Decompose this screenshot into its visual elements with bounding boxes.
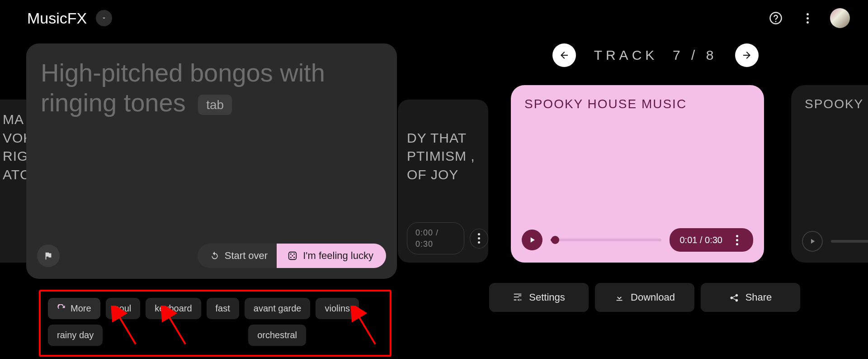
play-icon xyxy=(808,237,816,245)
prompt-panel: High-pitched bongos with ringing tones t… xyxy=(26,43,397,279)
progress-bar[interactable] xyxy=(831,240,868,243)
share-label: Share xyxy=(745,292,772,303)
more-chip[interactable]: More xyxy=(48,298,100,319)
suggestion-chips-highlight: More soul keyboard fast avant garde viol… xyxy=(39,290,392,357)
download-icon xyxy=(614,292,624,302)
chip-rainy-day[interactable]: rainy day xyxy=(48,325,103,346)
brand-dropdown[interactable] xyxy=(96,10,112,26)
track-next-button[interactable] xyxy=(735,43,759,67)
chip-soul[interactable]: soul xyxy=(106,298,141,319)
more-vert-icon xyxy=(478,233,480,244)
time-display: 0:01 / 0:30 xyxy=(670,228,753,252)
track-position-label: TRACK 7 / 8 xyxy=(594,48,717,63)
suggestion-chips: More soul keyboard fast avant garde viol… xyxy=(48,298,382,346)
chip-violins[interactable]: violins xyxy=(316,298,359,319)
svg-point-4 xyxy=(292,255,293,257)
settings-label: Settings xyxy=(529,292,565,303)
track-nav: TRACK 7 / 8 xyxy=(542,43,769,67)
peek-more-button[interactable] xyxy=(470,229,488,249)
svg-point-5 xyxy=(290,257,292,258)
download-label: Download xyxy=(631,292,675,303)
chevron-down-icon xyxy=(101,15,107,21)
more-chip-label: More xyxy=(71,303,91,314)
app-header: MusicFX xyxy=(0,0,868,36)
track-player: 0:01 / 0:30 xyxy=(522,228,753,252)
track-card-next[interactable]: SPOOKY HO xyxy=(791,85,868,263)
brand-title: MusicFX xyxy=(27,10,87,27)
track-more-button[interactable] xyxy=(731,234,743,246)
track-card-title: SPOOKY HO xyxy=(805,97,868,111)
flag-button[interactable] xyxy=(37,244,60,267)
dice-icon xyxy=(288,251,297,261)
user-avatar[interactable] xyxy=(830,8,850,28)
play-icon xyxy=(528,235,537,244)
chip-fast[interactable]: fast xyxy=(207,298,239,319)
chip-avant-garde[interactable]: avant garde xyxy=(245,298,311,319)
peek-time-badge[interactable]: 0:00 / 0:30 xyxy=(407,222,464,254)
refresh-icon xyxy=(57,304,66,313)
share-button[interactable]: Share xyxy=(701,283,800,312)
track-prev-button[interactable] xyxy=(552,43,576,67)
more-vert-icon xyxy=(807,13,809,24)
start-over-button[interactable]: Start over xyxy=(198,244,278,268)
track-card-current: SPOOKY HOUSE MUSIC 0:01 / 0:30 xyxy=(511,85,764,263)
arrow-right-icon xyxy=(741,50,752,61)
arrow-left-icon xyxy=(559,50,570,61)
help-button[interactable] xyxy=(767,9,785,27)
settings-button[interactable]: Settings xyxy=(489,283,589,312)
help-icon xyxy=(769,11,783,25)
overflow-menu-button[interactable] xyxy=(798,9,816,27)
play-button[interactable] xyxy=(522,230,542,250)
feeling-lucky-button[interactable]: I'm feeling lucky xyxy=(277,244,386,268)
prompt-input[interactable]: High-pitched bongos with ringing tones t… xyxy=(41,58,382,118)
share-icon xyxy=(729,292,739,302)
download-button[interactable]: Download xyxy=(595,283,694,312)
next-prompt-peek[interactable]: DY THAT PTIMISM , OF JOY 0:00 / 0:30 xyxy=(398,100,488,263)
start-over-label: Start over xyxy=(225,250,268,262)
chip-orchestral[interactable]: orchestral xyxy=(248,325,306,346)
more-vert-icon xyxy=(736,235,738,245)
prompt-placeholder: High-pitched bongos with ringing tones xyxy=(41,58,325,117)
svg-point-6 xyxy=(293,257,295,258)
tab-hint-chip: tab xyxy=(198,95,232,115)
flag-icon xyxy=(43,251,53,261)
settings-icon xyxy=(513,292,523,302)
track-actions: Settings Download Share xyxy=(489,283,800,312)
time-text: 0:01 / 0:30 xyxy=(679,235,722,245)
track-card-title: SPOOKY HOUSE MUSIC xyxy=(524,97,750,111)
svg-point-2 xyxy=(290,254,292,255)
restart-icon xyxy=(210,251,219,260)
svg-point-3 xyxy=(293,254,295,255)
peek-text: DY THAT PTIMISM , OF JOY xyxy=(407,129,479,184)
play-button[interactable] xyxy=(802,231,823,252)
progress-bar[interactable] xyxy=(551,239,661,241)
feeling-lucky-label: I'm feeling lucky xyxy=(303,250,373,262)
chip-keyboard[interactable]: keyboard xyxy=(146,298,201,319)
